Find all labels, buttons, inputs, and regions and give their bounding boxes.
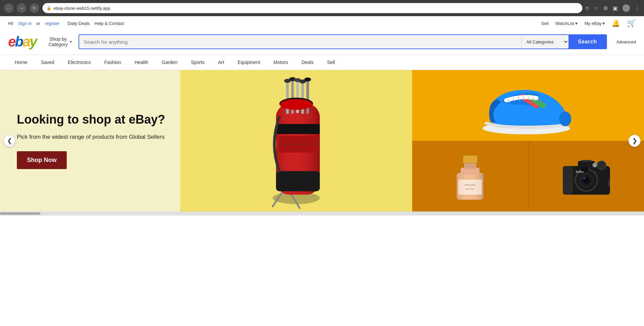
watchlist-label: WatchList [555, 21, 575, 26]
top-bar-left: Hi! Sign in or register Daily Deals Help… [8, 21, 124, 26]
hero-right-panels: BVLGARI ROSE ROSE [412, 70, 644, 211]
window-icon[interactable]: ▣ [613, 5, 618, 11]
svg-point-44 [598, 162, 605, 169]
hero-subtext: Pick from the widest range of products f… [17, 133, 167, 141]
svg-rect-40 [563, 166, 573, 195]
svg-rect-35 [463, 156, 477, 163]
nav-link-garden[interactable]: Garden [155, 55, 184, 70]
hero-banner: ❮ Looking to shop at eBay? Pick from the… [0, 70, 644, 211]
nav-item-home[interactable]: Home [8, 55, 34, 70]
nav-link-art[interactable]: Art [211, 55, 231, 70]
address-bar[interactable]: 🔒 ebay-clone-web15.netlify.app [42, 3, 582, 13]
nav-item-garden[interactable]: Garden [155, 55, 184, 70]
reload-button[interactable]: ↻ [30, 3, 39, 13]
scrollbar[interactable] [0, 211, 644, 216]
star-icon[interactable]: ☆ [594, 5, 599, 11]
nav-item-motors[interactable]: Motors [267, 55, 295, 70]
svg-point-21 [280, 99, 312, 110]
browser-toolbar: ⎋ ☆ ⚙ ▣ ⋮ [586, 4, 640, 12]
sell-link[interactable]: Sell [541, 21, 549, 26]
svg-rect-36 [458, 180, 482, 195]
myebay-dropdown[interactable]: My eBay ▾ [584, 21, 605, 26]
nav-link-equipment[interactable]: Equipment [231, 55, 267, 70]
nav-link-sports[interactable]: Sports [184, 55, 211, 70]
register-link[interactable]: register [45, 21, 59, 26]
category-select[interactable]: All Categories Electronics Fashion Healt… [521, 35, 569, 48]
watchlist-chevron: ▾ [575, 21, 578, 26]
nav-item-sell[interactable]: Sell [320, 55, 341, 70]
top-bar: Hi! Sign in or register Daily Deals Help… [0, 16, 644, 30]
hi-text: Hi! [8, 21, 13, 26]
hero-left-panel: Looking to shop at eBay? Pick from the w… [0, 70, 180, 211]
nav-link-health[interactable]: Health [128, 55, 155, 70]
category-label: Category [49, 42, 68, 47]
svg-rect-42 [581, 160, 591, 162]
hero-center-panel: W [180, 70, 412, 211]
url-text: ebay-clone-web15.netlify.app [54, 6, 110, 11]
svg-point-19 [304, 77, 311, 82]
nav-link-motors[interactable]: Motors [267, 55, 295, 70]
menu-icon[interactable]: ⋮ [635, 5, 640, 11]
cart-icon[interactable]: 🛒 [627, 19, 636, 28]
nav-item-deals[interactable]: Deals [295, 55, 320, 70]
svg-point-46 [593, 163, 596, 167]
search-button[interactable]: Search [569, 35, 606, 48]
logo-b: b [15, 34, 23, 50]
svg-rect-41 [578, 161, 595, 168]
lock-icon: 🔒 [47, 6, 52, 10]
shop-now-button[interactable]: Shop Now [17, 151, 67, 169]
search-container: All Categories Electronics Fashion Healt… [79, 34, 607, 49]
notifications-bell-icon[interactable]: 🔔 [612, 19, 620, 27]
carousel-prev-button[interactable]: ❮ [3, 135, 16, 147]
daily-deals-link[interactable]: Daily Deals [68, 21, 90, 26]
puzzle-icon[interactable]: ⚙ [603, 5, 608, 11]
logo-y: y [29, 34, 36, 50]
logo-e: e [8, 34, 15, 50]
nav-link-saved[interactable]: Saved [34, 55, 61, 70]
svg-text:α: α [595, 171, 596, 173]
logo-a: a [23, 34, 29, 50]
hero-camera-panel: SONY α [528, 141, 644, 211]
nav-link-deals[interactable]: Deals [295, 55, 320, 70]
nav-item-health[interactable]: Health [128, 55, 155, 70]
nav-link-fashion[interactable]: Fashion [98, 55, 128, 70]
camera-image: SONY α [559, 153, 613, 200]
forward-button[interactable]: → [17, 3, 26, 13]
search-input[interactable] [79, 35, 521, 48]
share-icon[interactable]: ⎋ [586, 5, 589, 11]
svg-rect-6 [276, 124, 320, 134]
nav-item-art[interactable]: Art [211, 55, 231, 70]
or-text: or [36, 21, 40, 26]
shop-by-category[interactable]: Shop by Category ▾ [49, 36, 72, 47]
right-arrow-icon: ❯ [632, 137, 637, 144]
svg-text:ROSE ROSE: ROSE ROSE [466, 188, 475, 190]
nav-item-equipment[interactable]: Equipment [231, 55, 267, 70]
nav-link-sell[interactable]: Sell [320, 55, 341, 70]
left-arrow-icon: ❮ [7, 137, 12, 144]
profile-icon[interactable] [622, 4, 630, 12]
shop-by-label: Shop by [50, 36, 67, 42]
advanced-link[interactable]: Advanced [616, 39, 636, 44]
watchlist-dropdown[interactable]: WatchList ▾ [555, 21, 578, 26]
back-button[interactable]: ← [4, 3, 13, 13]
nav-item-electronics[interactable]: Electronics [61, 55, 97, 70]
ebay-logo: ebay [8, 34, 42, 50]
header: ebay Shop by Category ▾ All Categories E… [0, 30, 644, 55]
svg-text:W: W [290, 170, 302, 184]
carousel-next-button[interactable]: ❯ [628, 135, 641, 147]
nav-item-fashion[interactable]: Fashion [98, 55, 128, 70]
top-bar-right: Sell WatchList ▾ My eBay ▾ 🔔 🛒 [541, 19, 636, 28]
perfume-image: BVLGARI ROSE ROSE [447, 149, 494, 203]
scrollbar-thumb[interactable] [0, 212, 40, 215]
svg-text:BVLGARI: BVLGARI [465, 184, 476, 186]
nav-item-sports[interactable]: Sports [184, 55, 211, 70]
help-contact-link[interactable]: Help & Contact [94, 21, 124, 26]
nav-link-electronics[interactable]: Electronics [61, 55, 97, 70]
nav-link-home[interactable]: Home [8, 55, 34, 70]
svg-rect-56 [608, 180, 610, 186]
svg-rect-55 [581, 167, 588, 171]
nav-item-saved[interactable]: Saved [34, 55, 61, 70]
svg-rect-14 [306, 79, 309, 114]
signin-link[interactable]: Sign in [18, 21, 32, 26]
myebay-chevron: ▾ [603, 21, 605, 26]
